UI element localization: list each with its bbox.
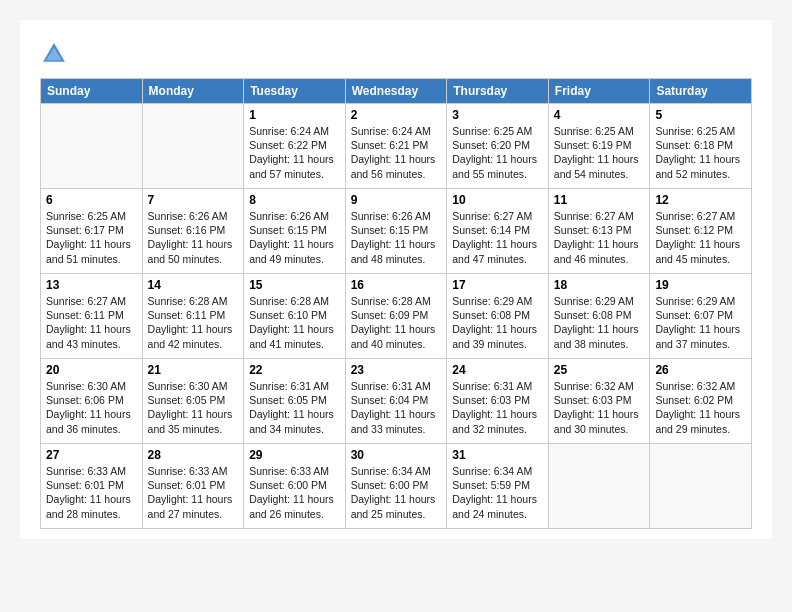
week-row-5: 27Sunrise: 6:33 AMSunset: 6:01 PMDayligh… <box>41 444 752 529</box>
day-info: Sunrise: 6:27 AMSunset: 6:12 PMDaylight:… <box>655 209 746 266</box>
day-info: Sunrise: 6:33 AMSunset: 6:01 PMDaylight:… <box>148 464 239 521</box>
day-info: Sunrise: 6:25 AMSunset: 6:20 PMDaylight:… <box>452 124 543 181</box>
day-number: 30 <box>351 448 442 462</box>
day-info: Sunrise: 6:27 AMSunset: 6:11 PMDaylight:… <box>46 294 137 351</box>
calendar-cell: 22Sunrise: 6:31 AMSunset: 6:05 PMDayligh… <box>244 359 346 444</box>
calendar-cell: 2Sunrise: 6:24 AMSunset: 6:21 PMDaylight… <box>345 104 447 189</box>
calendar-cell: 20Sunrise: 6:30 AMSunset: 6:06 PMDayligh… <box>41 359 143 444</box>
week-row-4: 20Sunrise: 6:30 AMSunset: 6:06 PMDayligh… <box>41 359 752 444</box>
day-number: 7 <box>148 193 239 207</box>
day-number: 9 <box>351 193 442 207</box>
page-header <box>40 40 752 68</box>
calendar-cell: 23Sunrise: 6:31 AMSunset: 6:04 PMDayligh… <box>345 359 447 444</box>
day-number: 3 <box>452 108 543 122</box>
day-number: 4 <box>554 108 645 122</box>
day-number: 1 <box>249 108 340 122</box>
day-number: 31 <box>452 448 543 462</box>
day-info: Sunrise: 6:30 AMSunset: 6:05 PMDaylight:… <box>148 379 239 436</box>
day-number: 6 <box>46 193 137 207</box>
day-header-tuesday: Tuesday <box>244 79 346 104</box>
calendar-cell: 13Sunrise: 6:27 AMSunset: 6:11 PMDayligh… <box>41 274 143 359</box>
day-info: Sunrise: 6:33 AMSunset: 6:00 PMDaylight:… <box>249 464 340 521</box>
day-number: 24 <box>452 363 543 377</box>
day-info: Sunrise: 6:29 AMSunset: 6:08 PMDaylight:… <box>452 294 543 351</box>
day-number: 27 <box>46 448 137 462</box>
day-number: 17 <box>452 278 543 292</box>
day-info: Sunrise: 6:31 AMSunset: 6:05 PMDaylight:… <box>249 379 340 436</box>
day-info: Sunrise: 6:34 AMSunset: 5:59 PMDaylight:… <box>452 464 543 521</box>
day-number: 15 <box>249 278 340 292</box>
day-number: 16 <box>351 278 442 292</box>
calendar-cell: 14Sunrise: 6:28 AMSunset: 6:11 PMDayligh… <box>142 274 244 359</box>
day-number: 25 <box>554 363 645 377</box>
day-header-thursday: Thursday <box>447 79 549 104</box>
calendar-cell: 19Sunrise: 6:29 AMSunset: 6:07 PMDayligh… <box>650 274 752 359</box>
day-info: Sunrise: 6:28 AMSunset: 6:10 PMDaylight:… <box>249 294 340 351</box>
calendar-cell: 28Sunrise: 6:33 AMSunset: 6:01 PMDayligh… <box>142 444 244 529</box>
day-info: Sunrise: 6:26 AMSunset: 6:15 PMDaylight:… <box>351 209 442 266</box>
logo-icon <box>40 40 68 68</box>
day-info: Sunrise: 6:25 AMSunset: 6:18 PMDaylight:… <box>655 124 746 181</box>
calendar-cell: 3Sunrise: 6:25 AMSunset: 6:20 PMDaylight… <box>447 104 549 189</box>
calendar-page: SundayMondayTuesdayWednesdayThursdayFrid… <box>20 20 772 539</box>
calendar-cell: 10Sunrise: 6:27 AMSunset: 6:14 PMDayligh… <box>447 189 549 274</box>
day-number: 23 <box>351 363 442 377</box>
day-number: 12 <box>655 193 746 207</box>
days-header-row: SundayMondayTuesdayWednesdayThursdayFrid… <box>41 79 752 104</box>
day-info: Sunrise: 6:26 AMSunset: 6:15 PMDaylight:… <box>249 209 340 266</box>
day-number: 28 <box>148 448 239 462</box>
day-info: Sunrise: 6:28 AMSunset: 6:09 PMDaylight:… <box>351 294 442 351</box>
calendar-cell: 9Sunrise: 6:26 AMSunset: 6:15 PMDaylight… <box>345 189 447 274</box>
day-number: 21 <box>148 363 239 377</box>
day-number: 14 <box>148 278 239 292</box>
day-info: Sunrise: 6:25 AMSunset: 6:17 PMDaylight:… <box>46 209 137 266</box>
day-number: 11 <box>554 193 645 207</box>
calendar-cell: 18Sunrise: 6:29 AMSunset: 6:08 PMDayligh… <box>548 274 650 359</box>
day-number: 22 <box>249 363 340 377</box>
calendar-cell: 17Sunrise: 6:29 AMSunset: 6:08 PMDayligh… <box>447 274 549 359</box>
calendar-cell: 16Sunrise: 6:28 AMSunset: 6:09 PMDayligh… <box>345 274 447 359</box>
day-info: Sunrise: 6:31 AMSunset: 6:04 PMDaylight:… <box>351 379 442 436</box>
calendar-cell: 30Sunrise: 6:34 AMSunset: 6:00 PMDayligh… <box>345 444 447 529</box>
calendar-cell: 25Sunrise: 6:32 AMSunset: 6:03 PMDayligh… <box>548 359 650 444</box>
calendar-cell: 6Sunrise: 6:25 AMSunset: 6:17 PMDaylight… <box>41 189 143 274</box>
day-info: Sunrise: 6:32 AMSunset: 6:03 PMDaylight:… <box>554 379 645 436</box>
calendar-cell: 21Sunrise: 6:30 AMSunset: 6:05 PMDayligh… <box>142 359 244 444</box>
calendar-cell: 29Sunrise: 6:33 AMSunset: 6:00 PMDayligh… <box>244 444 346 529</box>
day-number: 5 <box>655 108 746 122</box>
day-info: Sunrise: 6:27 AMSunset: 6:13 PMDaylight:… <box>554 209 645 266</box>
day-info: Sunrise: 6:33 AMSunset: 6:01 PMDaylight:… <box>46 464 137 521</box>
calendar-cell: 31Sunrise: 6:34 AMSunset: 5:59 PMDayligh… <box>447 444 549 529</box>
calendar-cell: 26Sunrise: 6:32 AMSunset: 6:02 PMDayligh… <box>650 359 752 444</box>
calendar-table: SundayMondayTuesdayWednesdayThursdayFrid… <box>40 78 752 529</box>
calendar-cell: 11Sunrise: 6:27 AMSunset: 6:13 PMDayligh… <box>548 189 650 274</box>
calendar-cell: 24Sunrise: 6:31 AMSunset: 6:03 PMDayligh… <box>447 359 549 444</box>
day-info: Sunrise: 6:24 AMSunset: 6:21 PMDaylight:… <box>351 124 442 181</box>
day-number: 13 <box>46 278 137 292</box>
calendar-cell <box>548 444 650 529</box>
day-number: 19 <box>655 278 746 292</box>
day-number: 8 <box>249 193 340 207</box>
week-row-1: 1Sunrise: 6:24 AMSunset: 6:22 PMDaylight… <box>41 104 752 189</box>
day-header-friday: Friday <box>548 79 650 104</box>
calendar-cell: 12Sunrise: 6:27 AMSunset: 6:12 PMDayligh… <box>650 189 752 274</box>
day-header-monday: Monday <box>142 79 244 104</box>
calendar-cell: 1Sunrise: 6:24 AMSunset: 6:22 PMDaylight… <box>244 104 346 189</box>
calendar-cell: 15Sunrise: 6:28 AMSunset: 6:10 PMDayligh… <box>244 274 346 359</box>
week-row-2: 6Sunrise: 6:25 AMSunset: 6:17 PMDaylight… <box>41 189 752 274</box>
day-info: Sunrise: 6:26 AMSunset: 6:16 PMDaylight:… <box>148 209 239 266</box>
day-number: 29 <box>249 448 340 462</box>
calendar-cell: 8Sunrise: 6:26 AMSunset: 6:15 PMDaylight… <box>244 189 346 274</box>
day-info: Sunrise: 6:32 AMSunset: 6:02 PMDaylight:… <box>655 379 746 436</box>
day-info: Sunrise: 6:29 AMSunset: 6:08 PMDaylight:… <box>554 294 645 351</box>
day-number: 20 <box>46 363 137 377</box>
day-header-sunday: Sunday <box>41 79 143 104</box>
calendar-cell <box>41 104 143 189</box>
calendar-cell <box>142 104 244 189</box>
day-info: Sunrise: 6:30 AMSunset: 6:06 PMDaylight:… <box>46 379 137 436</box>
calendar-cell: 27Sunrise: 6:33 AMSunset: 6:01 PMDayligh… <box>41 444 143 529</box>
day-info: Sunrise: 6:31 AMSunset: 6:03 PMDaylight:… <box>452 379 543 436</box>
day-header-saturday: Saturday <box>650 79 752 104</box>
day-info: Sunrise: 6:27 AMSunset: 6:14 PMDaylight:… <box>452 209 543 266</box>
day-number: 2 <box>351 108 442 122</box>
